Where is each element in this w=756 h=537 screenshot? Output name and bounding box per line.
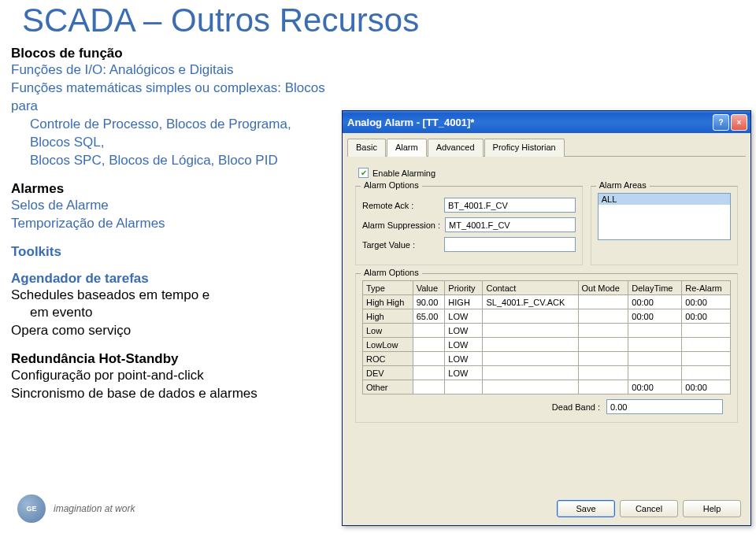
blocos-line2b: Controle de Processo, Blocos de Programa… bbox=[11, 116, 330, 152]
table-row[interactable]: High65.00LOW00:0000:00 bbox=[363, 309, 731, 324]
grid-header[interactable]: Re-Alarm bbox=[682, 281, 731, 295]
grid-rowtype[interactable]: Other bbox=[363, 380, 413, 394]
grid-cell[interactable]: 00:00 bbox=[682, 295, 731, 309]
tab-basic[interactable]: Basic bbox=[347, 139, 386, 157]
grid-cell[interactable] bbox=[578, 366, 628, 380]
grid-header[interactable]: Contact bbox=[483, 281, 578, 295]
grid-cell[interactable]: 00:00 bbox=[628, 295, 682, 309]
table-row[interactable]: LowLOW bbox=[363, 324, 731, 338]
grid-cell[interactable] bbox=[483, 338, 578, 352]
alarm-areas-listbox[interactable]: ALL bbox=[598, 193, 731, 240]
grid-cell[interactable] bbox=[413, 352, 445, 366]
blocos-line2c: Blocos SPC, Blocos de Lógica, Bloco PID bbox=[11, 152, 330, 170]
close-icon[interactable]: × bbox=[731, 114, 747, 131]
alarm-options-fieldset: Alarm Options Remote Ack : Alarm Suppres… bbox=[355, 186, 583, 265]
section-heading-toolkits: Toolkits bbox=[11, 244, 330, 260]
grid-cell[interactable] bbox=[628, 338, 682, 352]
grid-cell[interactable] bbox=[483, 324, 578, 338]
table-row[interactable]: ROCLOW bbox=[363, 352, 731, 366]
grid-rowtype[interactable]: High bbox=[363, 309, 413, 324]
grid-cell[interactable]: LOW bbox=[445, 338, 483, 352]
grid-cell[interactable] bbox=[682, 324, 731, 338]
grid-cell[interactable]: LOW bbox=[445, 366, 483, 380]
grid-cell[interactable] bbox=[682, 366, 731, 380]
table-row[interactable]: LowLowLOW bbox=[363, 338, 731, 352]
enable-alarming-label: Enable Alarming bbox=[372, 169, 435, 178]
tab-alarm[interactable]: Alarm bbox=[387, 139, 427, 157]
grid-rowtype[interactable]: Low bbox=[363, 324, 413, 338]
footer-logo: GE imagination at work bbox=[17, 494, 135, 523]
save-button[interactable]: Save bbox=[557, 500, 615, 517]
agendador-line1: Schedules baseados em tempo e bbox=[11, 287, 330, 305]
grid-cell[interactable] bbox=[682, 338, 731, 352]
enable-alarming-checkbox[interactable]: ✔ bbox=[358, 168, 369, 178]
grid-header[interactable]: Value bbox=[413, 281, 445, 295]
grid-header[interactable]: Type bbox=[363, 281, 413, 295]
target-value-label: Target Value : bbox=[362, 240, 439, 250]
table-row[interactable]: Other00:0000:00 bbox=[363, 380, 731, 394]
cancel-button[interactable]: Cancel bbox=[620, 500, 678, 517]
grid-cell[interactable] bbox=[628, 366, 682, 380]
grid-cell[interactable]: HIGH bbox=[445, 295, 483, 309]
grid-cell[interactable]: SL_4001.F_CV.ACK bbox=[483, 295, 578, 309]
grid-cell[interactable] bbox=[483, 309, 578, 324]
tab-strip: Basic Alarm Advanced Proficy Historian bbox=[343, 133, 750, 156]
tab-proficy-historian[interactable]: Proficy Historian bbox=[484, 139, 565, 157]
alarm-options-legend: Alarm Options bbox=[361, 180, 422, 190]
grid-rowtype[interactable]: DEV bbox=[363, 366, 413, 380]
section-heading-agendador: Agendador de tarefas bbox=[11, 271, 330, 287]
grid-cell[interactable]: LOW bbox=[445, 309, 483, 324]
alarm-area-item[interactable]: ALL bbox=[598, 194, 730, 205]
grid-cell[interactable]: LOW bbox=[445, 352, 483, 366]
grid-rowtype[interactable]: LowLow bbox=[363, 338, 413, 352]
grid-cell[interactable] bbox=[628, 324, 682, 338]
table-row[interactable]: DEVLOW bbox=[363, 366, 731, 380]
alarm-areas-legend: Alarm Areas bbox=[596, 180, 650, 190]
grid-cell[interactable] bbox=[483, 352, 578, 366]
grid-cell[interactable] bbox=[578, 295, 628, 309]
alarm-suppression-input[interactable] bbox=[445, 217, 576, 232]
grid-header[interactable]: Priority bbox=[445, 281, 483, 295]
grid-cell[interactable] bbox=[578, 380, 628, 394]
tab-advanced[interactable]: Advanced bbox=[428, 139, 484, 157]
grid-cell[interactable] bbox=[445, 380, 483, 394]
grid-cell[interactable] bbox=[682, 352, 731, 366]
deadband-label: Dead Band : bbox=[552, 402, 600, 412]
grid-cell[interactable] bbox=[413, 366, 445, 380]
ge-logo-icon: GE bbox=[17, 494, 46, 523]
grid-cell[interactable]: 00:00 bbox=[628, 380, 682, 394]
grid-cell[interactable] bbox=[413, 338, 445, 352]
grid-header[interactable]: DelayTime bbox=[628, 281, 682, 295]
grid-cell[interactable] bbox=[413, 380, 445, 394]
grid-cell[interactable]: 00:00 bbox=[628, 309, 682, 324]
grid-rowtype[interactable]: High High bbox=[363, 295, 413, 309]
grid-cell[interactable] bbox=[413, 324, 445, 338]
grid-cell[interactable]: 00:00 bbox=[682, 380, 731, 394]
help-icon[interactable]: ? bbox=[713, 114, 729, 131]
grid-cell[interactable]: 00:00 bbox=[682, 309, 731, 324]
grid-cell[interactable] bbox=[483, 380, 578, 394]
table-row[interactable]: High High90.00HIGHSL_4001.F_CV.ACK00:000… bbox=[363, 295, 731, 309]
grid-cell[interactable]: LOW bbox=[445, 324, 483, 338]
grid-cell[interactable] bbox=[578, 309, 628, 324]
grid-header[interactable]: Out Mode bbox=[578, 281, 628, 295]
help-button[interactable]: Help bbox=[683, 500, 741, 517]
alarm-grid[interactable]: TypeValuePriorityContactOut ModeDelayTim… bbox=[362, 280, 731, 394]
alarm-grid-legend: Alarm Options bbox=[361, 268, 422, 277]
blocos-line1: Funções de I/O: Analógicos e Digitais bbox=[11, 61, 330, 80]
grid-cell[interactable] bbox=[483, 366, 578, 380]
agendador-line2: Opera como serviço bbox=[11, 322, 330, 340]
grid-cell[interactable] bbox=[578, 352, 628, 366]
dialog-titlebar[interactable]: Analog Alarm - [TT_4001]* ? × bbox=[343, 111, 750, 133]
target-value-input[interactable] bbox=[444, 237, 576, 252]
grid-cell[interactable]: 65.00 bbox=[413, 309, 445, 324]
deadband-input[interactable] bbox=[606, 399, 723, 414]
alarm-suppression-label: Alarm Suppression : bbox=[362, 220, 440, 230]
remote-ack-input[interactable] bbox=[444, 198, 576, 213]
grid-cell[interactable] bbox=[578, 338, 628, 352]
grid-rowtype[interactable]: ROC bbox=[363, 352, 413, 366]
agendador-line1b: em evento bbox=[11, 304, 330, 322]
grid-cell[interactable] bbox=[628, 352, 682, 366]
grid-cell[interactable] bbox=[578, 324, 628, 338]
grid-cell[interactable]: 90.00 bbox=[413, 295, 445, 309]
